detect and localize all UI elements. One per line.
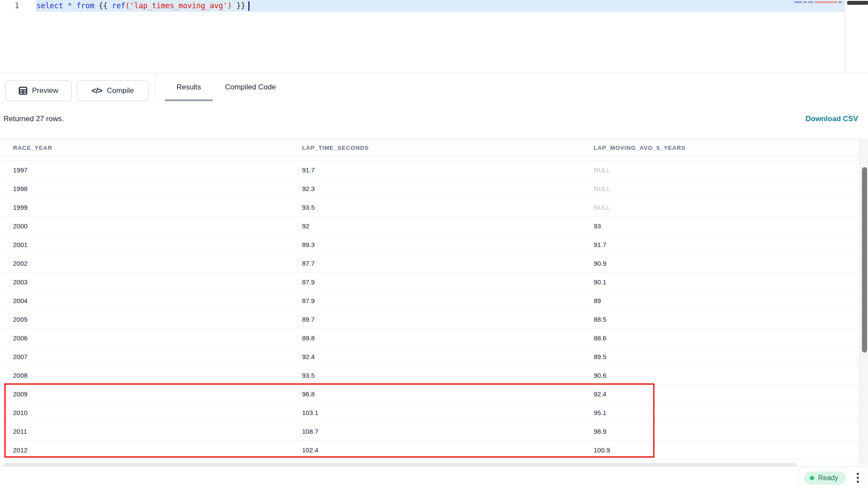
editor-scrollbar-thumb[interactable] (847, 1, 868, 5)
table-cell: 102.4 (302, 446, 594, 454)
table-cell: 89 (594, 297, 859, 304)
table-cell: 2000 (0, 222, 302, 230)
table-header-row: RACE_YEAR LAP_TIME_SECONDS LAP_MOVING_AV… (0, 139, 859, 156)
table-cell: 89.3 (302, 241, 594, 248)
text-cursor-icon (248, 1, 250, 11)
table-cell: 87.9 (302, 297, 594, 304)
kebab-dot (857, 473, 859, 475)
toolbar-divider (155, 73, 155, 102)
code-line[interactable]: select * from {{ ref('lap_times_moving_a… (36, 0, 250, 12)
results-status-row: Returned 27 rows. Download CSV (0, 109, 868, 130)
table-cell: 2003 (0, 278, 302, 286)
code-token: * (68, 1, 72, 10)
table-cell: 2010 (0, 409, 302, 416)
vertical-scrollbar-track[interactable] (859, 138, 868, 465)
table-cell: 2002 (0, 260, 302, 267)
table-cell: 92.3 (302, 185, 594, 192)
table-cell: 95.1 (594, 409, 859, 416)
tab-compiled-code-label: Compiled Code (225, 83, 276, 92)
bottom-status-bar: Ready (0, 466, 868, 488)
compile-button[interactable]: </> Compile (77, 80, 148, 101)
table-cell: 90.9 (594, 260, 859, 267)
table-cell: 90.1 (594, 278, 859, 286)
green-status-dot-icon (810, 476, 814, 480)
minimap[interactable] (794, 1, 843, 3)
code-token: {{ (94, 1, 112, 10)
vertical-scrollbar-thumb[interactable] (862, 167, 867, 353)
table-cell: 87.7 (302, 260, 594, 267)
table-cell: 96.8 (302, 390, 594, 398)
line-number: 1 (0, 0, 19, 12)
download-csv-link[interactable]: Download CSV (806, 115, 858, 123)
table-cell: 87.9 (302, 278, 594, 286)
table-cell: 2005 (0, 316, 302, 323)
table-body: 199791.7NULL199892.3NULL199993.5NULL2000… (0, 160, 859, 459)
kebab-menu-icon[interactable] (853, 470, 862, 485)
tab-results-label: Results (177, 83, 201, 92)
table-grid-icon (19, 86, 27, 95)
table-row: 200189.391.7 (0, 235, 859, 254)
ready-status-badge[interactable]: Ready (804, 472, 846, 485)
table-cell: 2006 (0, 334, 302, 342)
tab-compiled-code[interactable]: Compiled Code (222, 73, 279, 101)
results-table: RACE_YEAR LAP_TIME_SECONDS LAP_MOVING_AV… (0, 139, 859, 156)
kebab-dot (857, 477, 859, 479)
minimap-segment (803, 1, 807, 3)
table-cell: 92 (302, 222, 594, 230)
table-cell: 2012 (0, 446, 302, 454)
table-cell: 92.4 (594, 390, 859, 398)
table-row: 2011108.798.9 (0, 422, 859, 441)
bottom-bar-divider (799, 467, 799, 488)
table-cell: 1998 (0, 185, 302, 192)
table-row: 200287.790.9 (0, 254, 859, 273)
table-cell: NULL (594, 185, 859, 192)
table-cell: 91.7 (594, 241, 859, 248)
table-row: 199993.5NULL (0, 198, 859, 217)
table-row: 2010103.195.1 (0, 403, 859, 422)
table-cell: 90.6 (594, 372, 859, 379)
code-token: }} (232, 1, 245, 10)
table-row: 200387.990.1 (0, 273, 859, 291)
preview-button-label: Preview (32, 86, 58, 95)
table-cell: NULL (594, 166, 859, 174)
table-cell: 2009 (0, 390, 302, 398)
code-token (72, 1, 76, 10)
table-cell: 91.7 (302, 166, 594, 174)
table-cell: 2011 (0, 428, 302, 435)
table-cell: 2004 (0, 297, 302, 304)
column-header-race-year: RACE_YEAR (0, 145, 302, 151)
table-cell: 89.7 (302, 316, 594, 323)
tab-results[interactable]: Results (165, 73, 213, 101)
table-cell: 108.7 (302, 428, 594, 435)
table-cell: 93.5 (302, 372, 594, 379)
preview-button[interactable]: Preview (5, 80, 72, 101)
table-cell: 103.1 (302, 409, 594, 416)
returned-rows-text: Returned 27 rows. (3, 115, 64, 123)
code-editor[interactable]: 1 select * from {{ ref('lap_times_moving… (0, 0, 868, 73)
table-row: 200996.892.4 (0, 385, 859, 403)
table-cell: 88.5 (594, 316, 859, 323)
table-row: 2012102.4100.9 (0, 441, 859, 459)
table-cell: 88.6 (594, 334, 859, 342)
minimap-segment (815, 1, 837, 3)
column-header-lap-moving-avg-5-years: LAP_MOVING_AVG_5_YEARS (594, 145, 859, 151)
table-cell: 98.9 (594, 428, 859, 435)
kebab-dot (857, 481, 859, 483)
table-cell: 2007 (0, 353, 302, 360)
code-brackets-icon: </> (92, 86, 102, 96)
dbt-ide-window: 1 select * from {{ ref('lap_times_moving… (0, 0, 868, 488)
table-cell: 89.5 (594, 353, 859, 360)
table-row: 199791.7NULL (0, 161, 859, 179)
table-row: 20009293 (0, 217, 859, 235)
ready-status-label: Ready (818, 474, 838, 482)
table-cell: 2001 (0, 241, 302, 248)
table-cell: 1997 (0, 166, 302, 174)
code-token: ref (112, 1, 125, 10)
table-row: 200487.989 (0, 291, 859, 310)
code-token: from (76, 1, 94, 10)
code-token (63, 1, 67, 10)
compile-button-label: Compile (107, 86, 134, 95)
code-line-content: select * from {{ ref('lap_times_moving_a… (36, 1, 245, 10)
table-row: 200589.788.5 (0, 310, 859, 329)
editor-minimap-divider (845, 0, 845, 73)
